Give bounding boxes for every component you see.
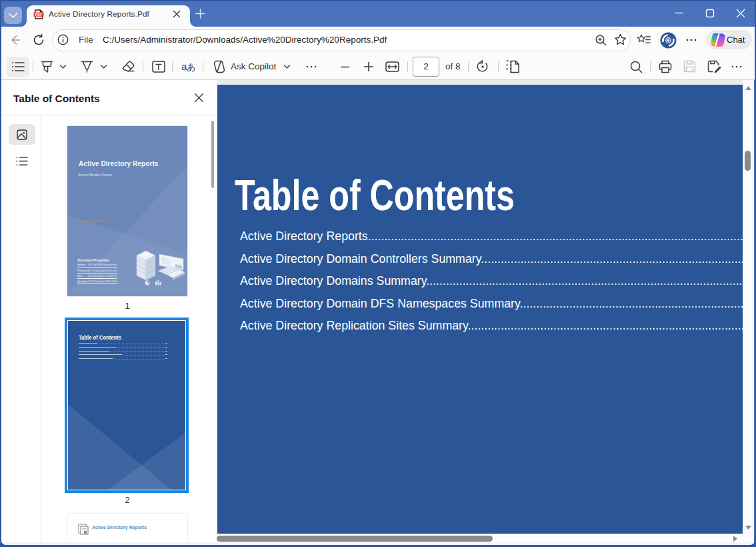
svg-text:PDF: PDF [35,13,42,17]
